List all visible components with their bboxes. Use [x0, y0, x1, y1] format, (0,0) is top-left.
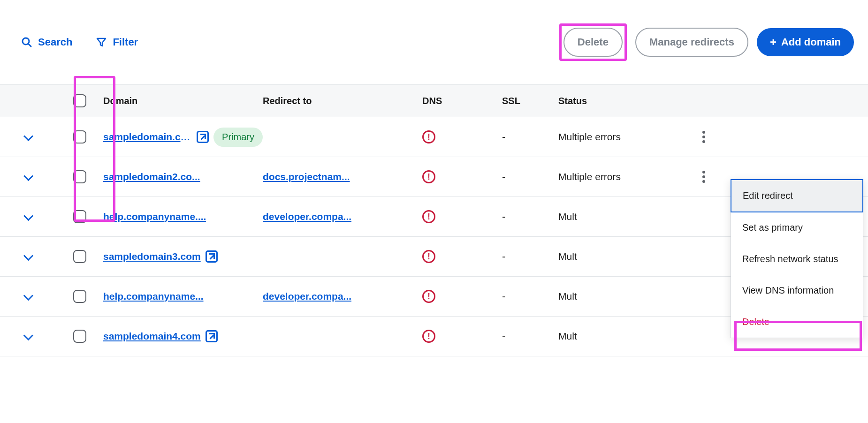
- filter-button[interactable]: Filter: [96, 36, 138, 48]
- alert-icon: !: [422, 170, 435, 183]
- table-row: sampledomain.com Primary ! - Multiple er…: [0, 117, 868, 157]
- alert-icon: !: [422, 210, 435, 223]
- status-text: Multiple errors: [558, 171, 621, 182]
- chevron-down-icon[interactable]: [23, 294, 33, 299]
- ssl-value: -: [502, 171, 505, 183]
- dropdown-item-set-primary[interactable]: Set as primary: [731, 212, 863, 243]
- delete-button-highlight: Delete: [559, 23, 627, 61]
- select-all-checkbox[interactable]: [73, 94, 86, 107]
- status-text: Mult: [558, 331, 577, 342]
- plus-icon: [770, 36, 777, 49]
- chevron-down-icon[interactable]: [23, 333, 33, 339]
- filter-label: Filter: [113, 36, 138, 48]
- alert-icon: !: [422, 290, 435, 303]
- row-checkbox[interactable]: [73, 130, 86, 144]
- column-header-redirect: Redirect to: [263, 96, 422, 106]
- dropdown-item-view-dns[interactable]: View DNS information: [731, 275, 863, 306]
- add-domain-button[interactable]: Add domain: [757, 28, 854, 56]
- status-text: Mult: [558, 251, 577, 262]
- filter-icon: [96, 37, 107, 48]
- row-checkbox[interactable]: [73, 210, 86, 223]
- column-header-status: Status: [558, 96, 690, 106]
- search-icon: [21, 37, 32, 48]
- domain-link[interactable]: help.companyname....: [103, 211, 206, 222]
- row-actions-menu[interactable]: [702, 131, 705, 143]
- ssl-value: -: [502, 211, 505, 223]
- domain-link[interactable]: help.companyname...: [103, 291, 204, 302]
- toolbar: Search Filter Delete Manage redirects: [0, 0, 868, 84]
- manage-redirects-button[interactable]: Manage redirects: [635, 28, 748, 57]
- redirect-link[interactable]: docs.projectnam...: [263, 171, 350, 182]
- primary-badge: Primary: [213, 128, 263, 147]
- chevron-down-icon[interactable]: [23, 254, 33, 259]
- status-text: Mult: [558, 291, 577, 302]
- dropdown-item-edit-redirect[interactable]: Edit redirect: [731, 179, 863, 212]
- redirect-link[interactable]: developer.compa...: [263, 211, 351, 222]
- domain-link[interactable]: sampledomain3.com: [103, 251, 201, 262]
- chevron-down-icon[interactable]: [23, 174, 33, 180]
- row-checkbox[interactable]: [73, 250, 86, 263]
- chevron-down-icon[interactable]: [23, 134, 33, 140]
- status-text: Mult: [558, 211, 577, 222]
- ssl-value: -: [502, 290, 505, 302]
- ssl-value: -: [502, 330, 505, 342]
- ssl-value: -: [502, 131, 505, 143]
- svg-line-1: [29, 44, 31, 47]
- external-link-icon[interactable]: [197, 131, 209, 143]
- alert-icon: !: [422, 250, 435, 263]
- alert-icon: !: [422, 330, 435, 343]
- search-label: Search: [38, 36, 72, 48]
- search-button[interactable]: Search: [21, 36, 72, 48]
- domain-link[interactable]: sampledomain.com: [103, 131, 192, 143]
- row-actions-menu[interactable]: [702, 171, 705, 183]
- dropdown-item-delete[interactable]: Delete: [731, 306, 863, 338]
- table-header-row: Domain Redirect to DNS SSL Status: [0, 84, 868, 117]
- alert-icon: !: [422, 130, 435, 144]
- column-header-ssl: SSL: [502, 96, 558, 106]
- delete-button[interactable]: Delete: [563, 28, 623, 57]
- status-text: Multiple errors: [558, 131, 621, 143]
- domain-link[interactable]: sampledomain2.co...: [103, 171, 200, 182]
- row-checkbox[interactable]: [73, 290, 86, 303]
- chevron-down-icon[interactable]: [23, 214, 33, 219]
- column-header-dns: DNS: [422, 96, 502, 106]
- redirect-link[interactable]: developer.compa...: [263, 291, 351, 302]
- external-link-icon[interactable]: [206, 250, 218, 263]
- row-checkbox[interactable]: [73, 170, 86, 183]
- dropdown-item-refresh-network[interactable]: Refresh network status: [731, 243, 863, 275]
- ssl-value: -: [502, 250, 505, 263]
- external-link-icon[interactable]: [206, 330, 218, 342]
- row-checkbox[interactable]: [73, 330, 86, 343]
- domain-link[interactable]: sampledomain4.com: [103, 331, 201, 342]
- column-header-domain: Domain: [103, 96, 263, 106]
- row-actions-dropdown: Edit redirect Set as primary Refresh net…: [731, 179, 863, 338]
